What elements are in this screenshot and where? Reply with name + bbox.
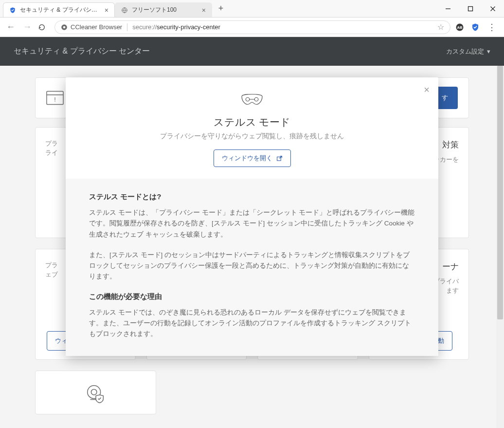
svg-point-15 bbox=[246, 97, 250, 101]
url-path: security-privacy-center bbox=[157, 23, 220, 31]
modal-subtitle: プライバシーを守りながらウェブ閲覧し、痕跡を残しません bbox=[85, 132, 419, 141]
modal-paragraph: また、[ステルス モード] のセッション中はサードパーティによるトラッキングと情… bbox=[89, 250, 415, 282]
minimize-button[interactable] bbox=[437, 0, 459, 17]
open-stealth-window-button[interactable]: ウィンドウを開く bbox=[214, 149, 291, 167]
reload-icon bbox=[38, 23, 46, 31]
button-label: ウィンドウを開く bbox=[222, 154, 272, 163]
tab-title: セキュリティ & プライバシー センター bbox=[20, 6, 101, 14]
mask-icon bbox=[240, 92, 264, 107]
modal-close-button[interactable]: × bbox=[424, 84, 430, 95]
page-title: セキュリティ & プライバシー センター bbox=[14, 46, 150, 56]
address-bar[interactable]: CCleaner Browser secure://security-priva… bbox=[54, 20, 450, 34]
url-scheme: secure:// bbox=[132, 23, 157, 31]
adblock-icon[interactable]: AB bbox=[455, 23, 464, 32]
custom-settings-label: カスタム設定 bbox=[446, 47, 484, 56]
tab-title: フリーソフト100 bbox=[132, 6, 198, 14]
tab-security-center[interactable]: セキュリティ & プライバシー センター × bbox=[3, 2, 115, 17]
back-button[interactable]: ← bbox=[5, 22, 17, 32]
reload-button[interactable] bbox=[38, 23, 50, 31]
chevron-down-icon: ▾ bbox=[487, 48, 490, 55]
modal-paragraph: ステルス モードは、「プライバシー モード」または「シークレット モード」と呼ば… bbox=[89, 207, 415, 240]
bookmark-star-icon[interactable]: ☆ bbox=[437, 22, 444, 32]
svg-point-6 bbox=[63, 26, 66, 28]
new-tab-button[interactable]: + bbox=[214, 2, 228, 16]
url-text: secure://security-privacy-center bbox=[132, 23, 220, 31]
popout-icon bbox=[276, 155, 283, 162]
svg-point-16 bbox=[254, 97, 258, 101]
close-tab-icon[interactable]: × bbox=[105, 6, 108, 14]
shield-extension-icon[interactable] bbox=[471, 23, 480, 32]
url-bar: ← → CCleaner Browser secure://security-p… bbox=[0, 18, 504, 37]
divider bbox=[127, 23, 127, 31]
custom-settings-dropdown[interactable]: カスタム設定 ▾ bbox=[446, 47, 490, 56]
modal-heading-what: ステルス モードとは? bbox=[89, 192, 415, 202]
globe-icon bbox=[121, 7, 128, 14]
tab-freesoft100[interactable]: フリーソフト100 × bbox=[115, 2, 212, 17]
page-content: ! す プラ ライ 対策 ッカーを プラ ェブ bbox=[0, 66, 504, 428]
modal-heading-why: この機能が必要な理由 bbox=[89, 292, 415, 301]
browser-menu-button[interactable]: ⋮ bbox=[485, 22, 499, 33]
maximize-button[interactable] bbox=[459, 0, 482, 17]
modal-body: ステルス モードとは? ステルス モードは、「プライバシー モード」または「シー… bbox=[66, 179, 438, 356]
close-tab-icon[interactable]: × bbox=[202, 6, 206, 14]
svg-text:AB: AB bbox=[457, 25, 463, 30]
brand-label: CCleaner Browser bbox=[71, 23, 122, 31]
modal-paragraph: ステルス モードでは、のぞき魔に見られる恐れのあるローカル データを保存せずにウ… bbox=[89, 307, 415, 340]
shield-icon bbox=[9, 7, 16, 14]
browser-brand: CCleaner Browser bbox=[61, 23, 122, 31]
ccleaner-icon bbox=[61, 24, 68, 31]
extension-icons: AB bbox=[455, 23, 480, 32]
forward-button[interactable]: → bbox=[21, 22, 33, 32]
svg-rect-2 bbox=[468, 6, 473, 11]
window-controls bbox=[437, 0, 504, 17]
window-close-button[interactable] bbox=[482, 0, 504, 17]
window-titlebar: セキュリティ & プライバシー センター × フリーソフト100 × + bbox=[0, 0, 504, 18]
modal-overlay: × ステルス モード プライバシーを守りながらウェブ閲覧し、痕跡を残しません ウ… bbox=[0, 66, 504, 428]
stealth-mode-modal: × ステルス モード プライバシーを守りながらウェブ閲覧し、痕跡を残しません ウ… bbox=[66, 77, 438, 356]
modal-title: ステルス モード bbox=[85, 115, 419, 129]
page-header: セキュリティ & プライバシー センター カスタム設定 ▾ bbox=[0, 37, 504, 66]
tab-strip: セキュリティ & プライバシー センター × フリーソフト100 × + bbox=[0, 0, 228, 17]
